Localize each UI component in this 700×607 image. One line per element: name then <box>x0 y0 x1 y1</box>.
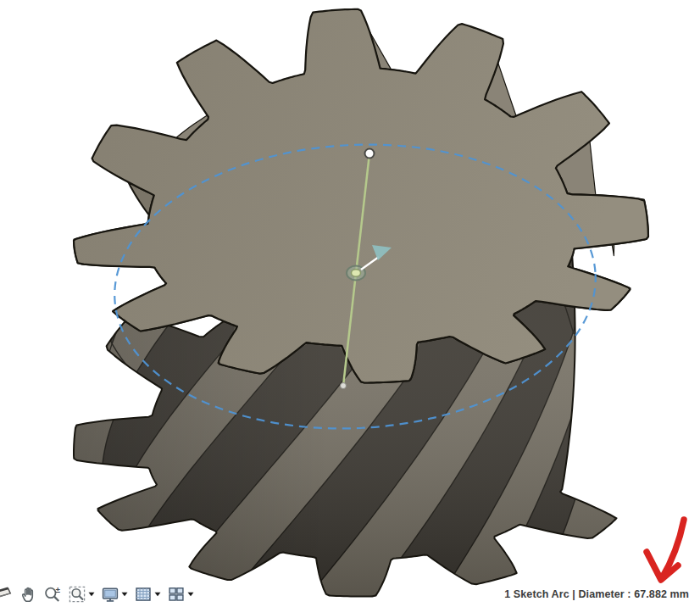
chevron-down-icon <box>88 592 95 597</box>
pan-hand-icon <box>19 585 37 604</box>
grid-icon <box>134 585 153 604</box>
gear-model[interactable] <box>51 9 669 607</box>
toolbar-item-zoom: ± <box>43 585 62 604</box>
toolbar-item-pan <box>19 585 37 604</box>
cad-viewport: ± 1 Sketch Arc | Diameter : 67.882 mm <box>0 0 700 607</box>
grid-and-snaps-flyout-caret[interactable] <box>154 592 161 597</box>
toolbar-item-viewports <box>167 585 194 604</box>
toolbar-item-display-settings <box>101 585 128 604</box>
toolbar-item-fit <box>68 585 95 604</box>
zoom-button[interactable]: ± <box>43 585 62 604</box>
fit-button[interactable] <box>68 585 86 604</box>
sketch-center-point-inner <box>352 270 361 276</box>
toolbar-item-grid-and-snaps <box>134 585 161 604</box>
display-settings-flyout-caret[interactable] <box>121 592 128 597</box>
toolbar-item-look-at <box>0 585 13 604</box>
viewport-canvas[interactable] <box>0 0 700 607</box>
chevron-down-icon <box>187 592 194 597</box>
annotation-arrow-icon <box>647 520 684 580</box>
fit-flyout-caret[interactable] <box>88 592 95 597</box>
look-at-button[interactable] <box>0 585 13 604</box>
svg-text:±: ± <box>56 585 61 594</box>
viewports-icon <box>167 585 186 604</box>
fit-magnifier-icon <box>68 585 86 604</box>
look-at-icon <box>0 585 13 604</box>
viewports-flyout-caret[interactable] <box>187 592 194 597</box>
pan-button[interactable] <box>19 585 37 604</box>
display-settings-button[interactable] <box>101 585 119 604</box>
grid-and-snaps-button[interactable] <box>134 585 153 604</box>
sketch-point-top[interactable] <box>365 149 375 159</box>
monitor-icon <box>101 585 119 604</box>
zoom-magnifier-icon: ± <box>43 585 62 604</box>
chevron-down-icon <box>121 592 128 597</box>
chevron-down-icon <box>154 592 161 597</box>
sketch-point-bottom[interactable] <box>341 383 347 389</box>
viewports-button[interactable] <box>167 585 186 604</box>
status-text: 1 Sketch Arc | Diameter : 67.882 mm <box>504 588 689 600</box>
navigation-toolbar: ± <box>0 585 200 604</box>
